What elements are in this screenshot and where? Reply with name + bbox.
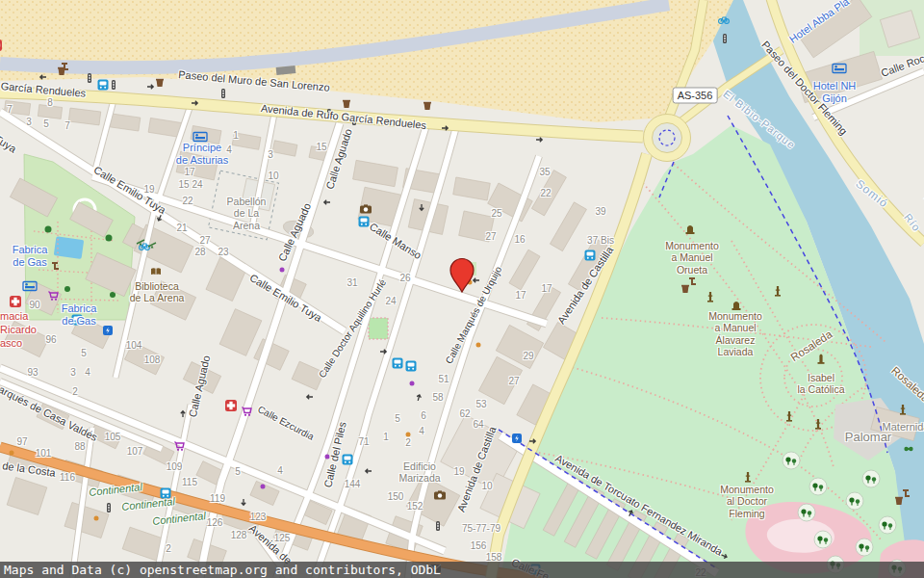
house-number: 2 (166, 543, 171, 554)
street-label-casa-valdes: arqués de Casa Valdés (0, 383, 99, 443)
house-number: 17 (515, 290, 526, 301)
house-number: 8 (47, 97, 53, 108)
house-number: 35 (539, 167, 550, 177)
house-number: 25 (491, 208, 501, 219)
water-label-somio: Somió (853, 176, 890, 210)
house-number: 5 (235, 466, 241, 477)
street-label-emilio-tuya: Calle Emilio Tuya (91, 164, 167, 216)
house-number: 88 (74, 441, 85, 452)
house-number: 3 (70, 367, 76, 378)
house-number: 62 (459, 408, 470, 419)
poi-label-palomar: Palomar (845, 430, 891, 444)
house-number: 108 (144, 355, 161, 365)
house-number: 6 (421, 410, 426, 421)
house-number: 5 (395, 413, 400, 424)
house-number: 125 (274, 533, 291, 543)
house-number: 21 (176, 223, 187, 233)
house-number: 156 (471, 540, 487, 551)
house-number: 7 (7, 104, 13, 115)
map-canvas[interactable]: Paseo del Muro de San Lorenzo Avenida de… (0, 0, 924, 578)
house-number: 5 (81, 348, 87, 358)
house-number: 7 (64, 120, 70, 131)
house-number: 158 (486, 552, 502, 563)
house-number: 26 (399, 273, 410, 283)
house-number: 24 (192, 179, 202, 190)
house-number: 22 (182, 196, 192, 206)
house-number: 64 (473, 419, 483, 430)
street-label-torcuato: Avenida de Torcuato Fernandez Miranda (553, 452, 725, 558)
street-label-rufo-garcia-rendueles: Avenida de Rufo García Rendueles (260, 102, 426, 131)
poi-label-continental: Continental (152, 510, 207, 527)
poi-label-fabrica-de-gas: Fabrica de Gas (13, 244, 48, 269)
house-number: 27 (199, 235, 210, 246)
poi-label-farmacia: macia Ricardo asco (0, 310, 37, 350)
house-number: 115 (182, 477, 197, 487)
poi-label-edificio-marizada: Edificio Marizada (398, 460, 440, 485)
house-number: 10 (481, 481, 492, 491)
water-label-rio: Río (902, 211, 923, 233)
house-number: 31 (346, 277, 357, 288)
house-number: 119 (210, 493, 225, 504)
house-number: 27 (485, 231, 496, 242)
house-number: 2 (405, 437, 411, 448)
house-number: 10 (268, 171, 278, 181)
house-number: 16 (514, 234, 525, 245)
house-number: 28 (194, 247, 205, 257)
house-number: 101 (36, 448, 52, 459)
house-number: 51 (438, 374, 449, 384)
house-number: 37 Bis (587, 235, 614, 246)
house-number: 4 (277, 465, 283, 476)
house-number: 107 (127, 446, 143, 457)
house-number: 5 (43, 118, 49, 129)
poi-label-monumento-orueta: Monumento a Manuel Orueta (665, 240, 718, 276)
street-label-calle-roc: Calle Roc (880, 52, 924, 79)
poi-label-continental: Continental (121, 495, 176, 512)
house-number: 17 (184, 167, 194, 177)
street-label-castilla: Avenida de Castilla (455, 425, 499, 513)
house-number: 24 (385, 296, 396, 306)
house-number: 19 (143, 184, 154, 195)
house-number: 116 (60, 472, 75, 483)
poi-label-monumento-laviada: Monumento a Manuel Álavarez Laviada (708, 310, 761, 358)
attribution-text: Maps and Data (c) openstreetmap.org and … (4, 563, 441, 577)
house-number: 4 (85, 367, 90, 378)
poi-label-isabel-la-catolica: Isabel la Católica (797, 372, 844, 396)
street-label-castilla: Avenida de Castilla (555, 245, 615, 327)
street-label-piles: Calle del Piles (321, 421, 347, 489)
poi-label-maternidad: Maternida (883, 421, 924, 433)
house-number: 144 (345, 479, 361, 489)
house-number: 58 (432, 392, 443, 403)
street-label-aguado: Calle Aguado (276, 201, 314, 263)
house-number: 71 (358, 436, 369, 447)
house-number: 150 (388, 491, 404, 502)
house-number: 97 (16, 436, 27, 447)
house-number: 3 (26, 117, 32, 127)
poi-label-principe-asturias: Príncipe de Asturias (176, 142, 228, 167)
street-label-emilio-tuya: Calle Emilio Tuya (0, 101, 18, 154)
attribution-bar: Maps and Data (c) openstreetmap.org and … (0, 562, 924, 578)
street-label-manso: Calle Manso (368, 221, 424, 262)
poi-label-rosaleda: Rosaleda (889, 364, 924, 404)
house-number: 4 (226, 144, 232, 155)
house-number: 128 (231, 530, 247, 540)
house-number: 53 (475, 399, 486, 409)
house-number: 22 (540, 188, 551, 198)
street-label-avenida-de: Avenida de (247, 522, 295, 566)
house-number: 152 (407, 501, 424, 512)
street-label-garcia-rendueles: García Rendueles (0, 80, 86, 99)
house-number: 96 (45, 334, 56, 345)
street-label-hurle: Calle Doctor Aquilino Hurlé (317, 277, 388, 380)
street-label-fleming: Paseo del Doctor Fleming (759, 39, 850, 137)
poi-label-biblioteca: Biblioteca de La Arena (130, 280, 185, 304)
poi-label-fabrica-de-gas: Fabrica de Gas (62, 302, 97, 328)
street-label-costa: de la Costa (2, 460, 57, 479)
house-number: 15 (178, 179, 189, 190)
street-label-aguado: Calle Aguado (323, 127, 354, 191)
label-layer: Paseo del Muro de San Lorenzo Avenida de… (0, 0, 924, 578)
house-number: 2 (72, 386, 78, 397)
house-number: 17 (541, 283, 552, 294)
house-number: 75-77-79 (462, 523, 500, 534)
house-number: 105 (105, 432, 121, 442)
street-label-ezcurdia: Calle Ezcurdia (256, 404, 316, 442)
poi-label-hotel-abba: Hotel Abba Pla (787, 0, 852, 45)
